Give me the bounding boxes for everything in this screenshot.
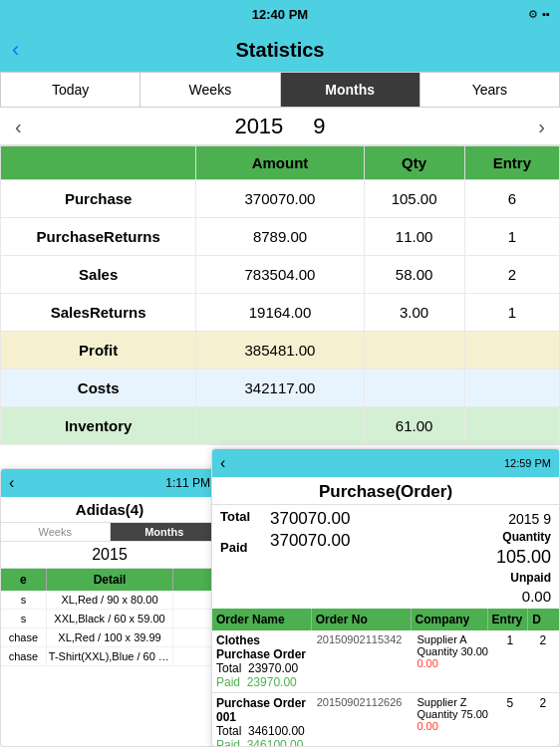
th-company: Company [412, 609, 488, 630]
status-icons: ⚙ ▪▪ [528, 8, 550, 21]
row1-col1: s [1, 591, 47, 609]
table-row[interactable]: PurchaseReturns8789.0011.001 [1, 218, 560, 256]
battery-icon: ▪▪ [542, 8, 550, 20]
total-value: 370070.00 [270, 509, 496, 529]
back-button[interactable]: ‹ [12, 37, 19, 63]
row-entry: 1 [464, 294, 559, 332]
row-label: SalesReturns [1, 294, 196, 332]
status-time: 12:40 PM [252, 7, 308, 22]
list-item[interactable]: s XXL,Black / 60 x 59.00 [1, 610, 218, 628]
unpaid-label: Unpaid [510, 571, 551, 585]
row-entry [464, 370, 559, 407]
row2-col1: s [1, 610, 47, 627]
next-arrow[interactable]: › [523, 108, 560, 145]
order2-paid: Paid 346100.00 [216, 738, 313, 747]
unpaid-value: 0.00 [522, 588, 551, 605]
purchase-year-month: 2015 9 [508, 511, 551, 527]
list-item[interactable]: chase XL,Red / 100 x 39.99 [1, 628, 218, 647]
tab-today[interactable]: Today [1, 73, 140, 107]
row-amount: 342117.00 [196, 370, 364, 407]
order1-supplier: Supplier A [417, 633, 489, 645]
row-entry [464, 332, 559, 370]
order1-total: Total 23970.00 [216, 661, 313, 675]
row-qty: 11.00 [364, 218, 464, 256]
adidas-tab-weeks[interactable]: Weeks [1, 523, 111, 541]
list-item[interactable]: Clothes Purchase Order Total 23970.00 Pa… [212, 630, 559, 693]
row-qty [364, 332, 464, 370]
header: ‹ Statistics [0, 28, 560, 72]
row-qty [364, 370, 464, 407]
purchase-order-card[interactable]: ‹ 12:59 PM Purchase(Order) Total Paid 37… [211, 448, 560, 747]
adidas-col-e: e [1, 569, 47, 591]
adidas-card-header: ‹ 1:11 PM [1, 469, 218, 497]
row-label: PurchaseReturns [1, 218, 196, 256]
table-row[interactable]: SalesReturns19164.003.001 [1, 294, 560, 332]
table-row[interactable]: Profit385481.00 [1, 332, 560, 370]
order2-name: Purchase Order 001 [216, 696, 313, 724]
summary-values: 370070.00 370070.00 [270, 509, 496, 551]
adidas-col-detail: Detail [47, 569, 173, 591]
row-entry: 6 [464, 180, 559, 218]
order2-total: Total 346100.00 [216, 724, 313, 738]
order1-name: Clothes Purchase Order [216, 633, 313, 661]
purchase-table-header: Order Name Order No Company Entry D [212, 609, 559, 630]
row-amount: 19164.00 [196, 294, 364, 332]
order2-entry: 5 [493, 696, 527, 710]
nav-row: ‹ 2015 9 › [0, 108, 560, 145]
summary-right: 2015 9 Quantity 105.00 Unpaid 0.00 [496, 509, 551, 605]
status-bar: 12:40 PM ⚙ ▪▪ [0, 0, 560, 28]
overlay-container: ‹ 1:11 PM Adidas(4) Weeks Months 2015 e … [0, 428, 560, 747]
row-amount: 385481.00 [196, 332, 364, 370]
nav-month: 9 [313, 114, 325, 139]
list-item[interactable]: chase T-Shirt(XXL),Blue / 60 x 66.5 [1, 647, 218, 666]
settings-icon: ⚙ [528, 8, 538, 21]
tab-years[interactable]: Years [420, 73, 559, 107]
row4-col1: chase [1, 647, 47, 665]
col-header-entry: Entry [464, 146, 559, 180]
purchase-back-icon[interactable]: ‹ [220, 454, 225, 472]
purchase-summary: Total Paid 370070.00 370070.00 2015 9 Qu… [212, 505, 559, 609]
total-label: Total [220, 509, 270, 524]
row2-col2: XXL,Black / 60 x 59.00 [47, 610, 173, 627]
th-order-no: Order No [312, 609, 412, 630]
quantity-label: Quantity [502, 530, 551, 544]
order2-entry2: 2 [531, 696, 555, 710]
adidas-back-icon[interactable]: ‹ [9, 474, 14, 492]
row1-col2: XL,Red / 90 x 80.00 [47, 591, 173, 609]
adidas-time: 1:11 PM [165, 476, 210, 490]
order2-supplier: Supplier Z [417, 696, 489, 708]
row3-col1: chase [1, 628, 47, 646]
tab-months[interactable]: Months [281, 73, 420, 107]
list-item[interactable]: Purchase Order 001 Total 346100.00 Paid … [212, 693, 559, 747]
table-row[interactable]: Purchase370070.00105.006 [1, 180, 560, 218]
table-row[interactable]: Sales783504.0058.002 [1, 256, 560, 294]
list-item[interactable]: s XL,Red / 90 x 80.00 [1, 591, 218, 610]
purchase-time: 12:59 PM [504, 457, 551, 469]
order2-unpaid: 0.00 [417, 720, 489, 732]
tab-weeks[interactable]: Weeks [140, 73, 280, 107]
row-label: Sales [1, 256, 196, 294]
row-qty: 3.00 [364, 294, 464, 332]
summary-labels: Total Paid [220, 509, 270, 555]
adidas-tabs: Weeks Months [1, 523, 218, 542]
order1-no: 20150902115342 [317, 633, 414, 645]
row3-col2: XL,Red / 100 x 39.99 [47, 628, 173, 646]
adidas-card[interactable]: ‹ 1:11 PM Adidas(4) Weeks Months 2015 e … [0, 468, 219, 747]
th-order-name: Order Name [212, 609, 312, 630]
nav-year: 2015 [234, 114, 283, 139]
row-qty: 105.00 [364, 180, 464, 218]
row-label: Purchase [1, 180, 196, 218]
adidas-title: Adidas(4) [1, 497, 218, 523]
adidas-col-header: e Detail [1, 569, 218, 591]
order1-entry: 1 [493, 633, 527, 647]
tab-bar: Today Weeks Months Years [0, 72, 560, 108]
col-header-label [1, 146, 196, 180]
row-entry: 2 [464, 256, 559, 294]
adidas-year: 2015 [1, 542, 218, 569]
adidas-tab-months[interactable]: Months [111, 523, 219, 541]
table-row[interactable]: Costs342117.00 [1, 370, 560, 407]
col-header-qty: Qty [364, 146, 464, 180]
row-amount: 8789.00 [196, 218, 364, 256]
th-d: D [528, 609, 559, 630]
prev-arrow[interactable]: ‹ [0, 108, 37, 145]
